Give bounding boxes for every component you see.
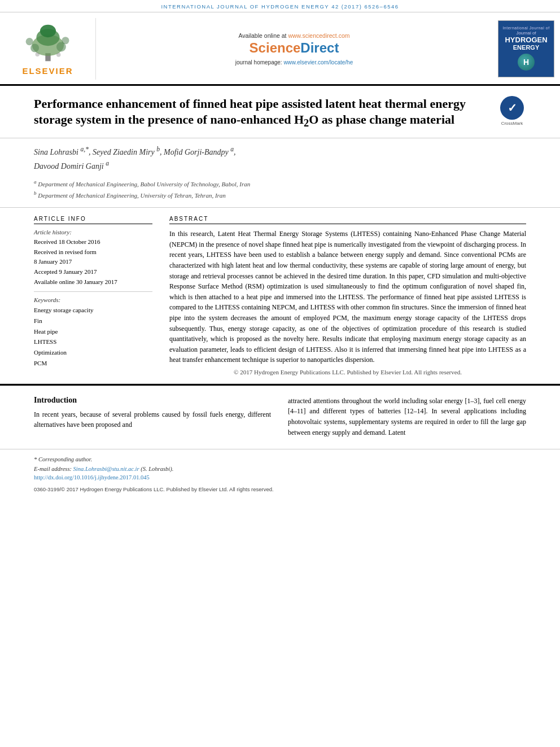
crossmark-badge[interactable]: ✓ CrossMark (498, 96, 526, 126)
elsevier-tree-icon (17, 21, 79, 64)
elsevier-wordmark: ELSEVIER (22, 66, 73, 76)
paper-title: Performance enhancement of finned heat p… (34, 96, 487, 131)
hydrogen-energy-logo: International Journal of Journal of HYDR… (492, 18, 560, 80)
svg-point-9 (56, 53, 61, 58)
accepted-date: Accepted 9 January 2017 (34, 267, 152, 277)
intro-right-column: attracted attentions throughout the worl… (288, 396, 526, 438)
authors-line: Sina Lohrasbi a,*, Seyed Ziaedin Miry b,… (34, 145, 526, 173)
affiliation-a: a Department of Mechanical Engineering, … (34, 178, 526, 189)
corresponding-author-note: * Corresponding author. (34, 455, 526, 465)
journal-bar: INTERNATIONAL JOURNAL OF HYDROGEN ENERGY… (0, 0, 560, 12)
svg-point-6 (25, 38, 33, 45)
abstract-text: In this research, Latent Heat Thermal En… (169, 229, 526, 365)
introduction-title: Introduction (34, 396, 271, 405)
doi-link[interactable]: http://dx.doi.org/10.1016/j.ijhydene.201… (34, 474, 526, 480)
svg-point-3 (40, 25, 55, 38)
keyword-optimization: Optimization (34, 347, 152, 358)
intro-left-text: In recent years, because of several prob… (34, 409, 271, 430)
journal-url[interactable]: www.elsevier.com/locate/he (283, 59, 353, 65)
revised-date: 8 January 2017 (34, 257, 152, 267)
email-link[interactable]: Sina.Lohrasbi@stu.nit.ac.ir (73, 466, 139, 472)
hydrogen-energy-text: ENERGY (502, 43, 550, 51)
available-online-text: Available online at www.sciencedirect.co… (238, 32, 349, 39)
elsevier-logo: ELSEVIER (0, 18, 96, 80)
crossmark-label: CrossMark (501, 121, 523, 126)
intro-left-column: Introduction In recent years, because of… (34, 396, 271, 438)
history-label: Article history: (34, 229, 152, 235)
svg-point-8 (35, 53, 40, 57)
article-history: Article history: Received 18 October 201… (34, 229, 152, 292)
abstract-column: ABSTRACT In this research, Latent Heat T… (169, 216, 526, 375)
copyright-line: © 2017 Hydrogen Energy Publications LLC.… (169, 369, 526, 375)
sciencedirect-logo: ScienceDirect (250, 40, 339, 56)
hydrogen-title: HYDROGEN (502, 36, 550, 43)
header-area: ELSEVIER Available online at www.science… (0, 12, 560, 86)
keywords-label: Keywords: (34, 296, 152, 303)
abstract-header: ABSTRACT (169, 216, 526, 224)
affiliations: a Department of Mechanical Engineering, … (34, 178, 526, 201)
keywords-section: Keywords: Energy storage capacity Fin He… (34, 296, 152, 368)
two-column-section: ARTICLE INFO Article history: Received 1… (0, 208, 560, 384)
authors-section: Sina Lohrasbi a,*, Seyed Ziaedin Miry b,… (0, 138, 560, 208)
sciencedirect-url[interactable]: www.sciencedirect.com (288, 32, 349, 39)
revised-label: Received in revised form (34, 247, 152, 257)
page-footer: 0360-3199/© 2017 Hydrogen Energy Publica… (0, 483, 560, 496)
article-info-header: ARTICLE INFO (34, 216, 152, 224)
available-date: Available online 30 January 2017 (34, 277, 152, 287)
intro-right-text: attracted attentions throughout the worl… (288, 396, 526, 438)
hydrogen-intl-text: International Journal of (502, 25, 550, 30)
keyword-fin: Fin (34, 316, 152, 326)
keyword-pcm: PCM (34, 358, 152, 369)
affiliation-b: b Department of Mechanical Engineering, … (34, 189, 526, 200)
keyword-energy-storage: Energy storage capacity (34, 305, 152, 316)
svg-point-4 (30, 44, 39, 53)
received-date: Received 18 October 2016 (34, 237, 152, 247)
footnote-area: * Corresponding author. E-mail address: … (0, 449, 560, 483)
crossmark-icon: ✓ (500, 96, 524, 120)
header-center: Available online at www.sciencedirect.co… (96, 18, 492, 80)
title-section: Performance enhancement of finned heat p… (0, 86, 560, 138)
keyword-lhtess: LHTESS (34, 337, 152, 347)
introduction-section: Introduction In recent years, because of… (0, 386, 560, 438)
hydrogen-molecule-icon: H (518, 54, 535, 71)
journal-homepage: journal homepage: www.elsevier.com/locat… (235, 59, 353, 65)
svg-point-7 (62, 37, 69, 45)
keyword-heat-pipe: Heat pipe (34, 326, 152, 337)
email-line: E-mail address: Sina.Lohrasbi@stu.nit.ac… (34, 465, 526, 474)
article-info-column: ARTICLE INFO Article history: Received 1… (34, 216, 152, 375)
